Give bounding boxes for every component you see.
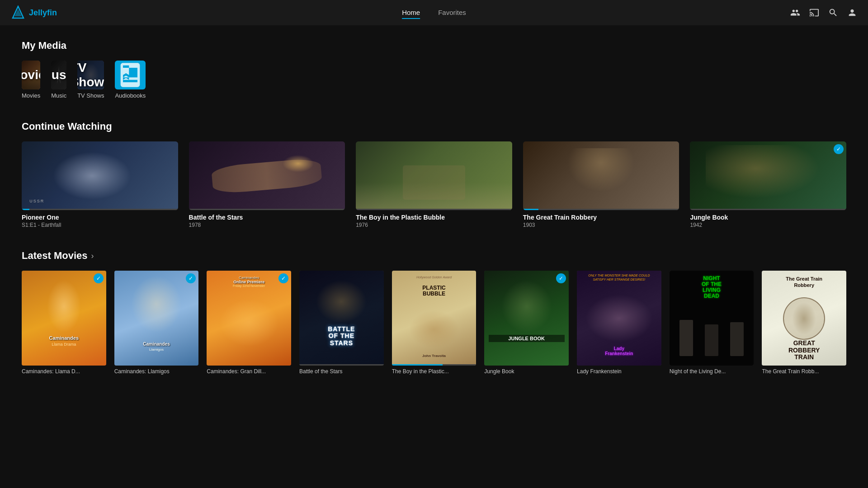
continue-grid: USSR Pioneer One S1:E1 - Earthfall	[22, 141, 846, 228]
pioneer-progress-track	[22, 209, 178, 210]
users-icon[interactable]	[790, 8, 800, 18]
battle-progress-track	[189, 209, 345, 210]
train-latest-title: The Great Train Robb...	[762, 368, 846, 375]
latest-card-caminandes1[interactable]: Caminandes Llama Drama ✓ Caminandes: Lla…	[22, 271, 106, 375]
cast-icon[interactable]	[809, 8, 819, 18]
continue-watching-title: Continue Watching	[22, 121, 846, 132]
jungle-check-badge: ✓	[834, 144, 844, 154]
latest-card-caminandes3[interactable]: Caminandes Online Premiere Friday 22nd N…	[207, 271, 291, 375]
train-subtitle: 1903	[523, 222, 679, 228]
continue-img-pioneer: USSR	[22, 141, 178, 210]
caminandes1-title: Caminandes: Llama D...	[22, 368, 106, 375]
night-title: Night of the Living De...	[670, 368, 754, 375]
pioneer-progress-bar	[22, 209, 29, 210]
media-grid: Movies Movies Music Music	[22, 61, 846, 99]
bubble-latest-progress-bar	[392, 364, 443, 366]
continue-card-train[interactable]: The Great Train Robbery 1903	[523, 141, 679, 228]
latest-movies-header: Latest Movies ›	[22, 250, 846, 262]
jungle-progress-track	[690, 209, 846, 210]
media-card-audiobooks-wrap: Audiobooks	[115, 61, 146, 99]
nav-favorites[interactable]: Favorites	[438, 7, 466, 19]
media-card-music[interactable]: Music	[51, 61, 66, 89]
caminandes3-check: ✓	[278, 273, 288, 283]
continue-img-jungle: ✓	[690, 141, 846, 210]
media-tvshows-subtitle: TV Shows	[77, 92, 104, 99]
search-icon[interactable]	[828, 8, 838, 18]
train-progress-track	[523, 209, 679, 210]
my-media-title: My Media	[22, 40, 846, 52]
media-card-movies[interactable]: Movies	[22, 61, 40, 89]
latest-card-frankenstein[interactable]: ONLY THE MONSTER SHE MADE COULDSATISFY H…	[577, 271, 661, 375]
caminandes2-title: Caminandes: Llamigos	[114, 368, 199, 375]
latest-card-bubble[interactable]: Hollywood Golden Award PLASTICBUBBLE Joh…	[392, 271, 476, 375]
latest-card-caminandes2[interactable]: Caminandes Llamigos ✓ Caminandes: Llamig…	[114, 271, 199, 375]
latest-img-jungle: JUNGLE BOOK ✓	[484, 271, 569, 366]
latest-img-caminandes3: Caminandes Online Premiere Friday 22nd N…	[207, 271, 291, 366]
bubble-latest-progress-track	[392, 364, 476, 366]
jellyfin-logo-icon	[11, 5, 25, 20]
latest-card-night[interactable]: NIGHTOF THELIVINGDEAD Night of the Livin…	[670, 271, 754, 375]
latest-card-train[interactable]: The Great TrainRobbery GREATROBBERYTRAIN…	[762, 271, 846, 375]
jungle-latest-check: ✓	[556, 273, 566, 283]
media-card-music-wrap: Music Music	[51, 61, 66, 99]
continue-card-battle[interactable]: Battle of the Stars 1978	[189, 141, 345, 228]
media-card-tvshows-wrap: TV Shows TV Shows	[77, 61, 104, 99]
battle-subtitle: 1978	[189, 222, 345, 228]
media-card-movies-wrap: Movies Movies	[22, 61, 40, 99]
latest-img-caminandes2: Caminandes Llamigos ✓	[114, 271, 199, 366]
jungle-latest-title: Jungle Book	[484, 368, 569, 375]
battle-title: Battle of the Stars	[189, 214, 345, 221]
media-card-tvshows-overlay: TV Shows	[77, 61, 104, 89]
latest-movies-title: Latest Movies	[22, 250, 88, 262]
audiobooks-icon	[116, 61, 145, 89]
media-card-tvshows-label: TV Shows	[77, 61, 104, 89]
user-icon[interactable]	[847, 8, 857, 18]
pioneer-subtitle: S1:E1 - Earthfall	[22, 222, 178, 228]
latest-img-bubble: Hollywood Golden Award PLASTICBUBBLE Joh…	[392, 271, 476, 366]
continue-card-jungle[interactable]: ✓ Jungle Book 1942	[690, 141, 846, 228]
header-actions	[790, 8, 857, 18]
frankenstein-title: Lady Frankenstein	[577, 368, 661, 375]
continue-img-battle	[189, 141, 345, 210]
media-card-music-overlay: Music	[51, 61, 66, 89]
media-card-tvshows[interactable]: TV Shows	[77, 61, 104, 89]
continue-img-bubble	[356, 141, 512, 210]
continue-img-train	[523, 141, 679, 210]
battle-latest-title: Battle of the Stars	[299, 368, 384, 375]
bubble-subtitle: 1976	[356, 222, 512, 228]
media-music-subtitle: Music	[51, 92, 66, 99]
continue-watching-section: Continue Watching USSR Pioneer One S1:E1…	[22, 121, 846, 228]
caminandes1-check: ✓	[94, 273, 104, 283]
main-nav: Home Favorites	[402, 7, 466, 19]
media-card-movies-label: Movies	[22, 68, 40, 82]
caminandes3-title: Caminandes: Gran Dill...	[207, 368, 291, 375]
latest-card-battle[interactable]: BATTLEOF THESTARS Battle of the Stars	[299, 271, 384, 375]
media-audiobooks-subtitle: Audiobooks	[115, 92, 146, 99]
header: Jellyfin Home Favorites	[0, 0, 868, 25]
latest-movies-section: Latest Movies › Caminandes Llama Drama ✓	[22, 250, 846, 375]
continue-card-pioneer[interactable]: USSR Pioneer One S1:E1 - Earthfall	[22, 141, 178, 228]
latest-card-jungle[interactable]: JUNGLE BOOK ✓ Jungle Book	[484, 271, 569, 375]
media-card-audiobooks[interactable]	[115, 61, 146, 89]
logo[interactable]: Jellyfin	[11, 5, 57, 20]
latest-movies-grid: Caminandes Llama Drama ✓ Caminandes: Lla…	[22, 271, 846, 375]
latest-img-frankenstein: ONLY THE MONSTER SHE MADE COULDSATISFY H…	[577, 271, 661, 366]
latest-img-night: NIGHTOF THELIVINGDEAD	[670, 271, 754, 366]
bubble-latest-title: The Boy in the Plastic...	[392, 368, 476, 375]
bubble-progress-track	[356, 209, 512, 210]
media-movies-subtitle: Movies	[22, 92, 40, 99]
media-card-movies-overlay: Movies	[22, 61, 40, 89]
media-card-music-label: Music	[51, 68, 66, 82]
latest-movies-arrow[interactable]: ›	[91, 251, 94, 261]
train-progress-bar	[523, 209, 539, 210]
latest-img-train: The Great TrainRobbery GREATROBBERYTRAIN	[762, 271, 846, 366]
nav-home[interactable]: Home	[402, 7, 420, 19]
latest-img-caminandes1: Caminandes Llama Drama ✓	[22, 271, 106, 366]
my-media-section: My Media Movies Movies	[22, 40, 846, 99]
pioneer-title: Pioneer One	[22, 214, 178, 221]
jungle-title: Jungle Book	[690, 214, 846, 221]
continue-card-bubble[interactable]: The Boy in the Plastic Bubble 1976	[356, 141, 512, 228]
jungle-subtitle: 1942	[690, 222, 846, 228]
main-content: My Media Movies Movies	[0, 25, 868, 389]
train-title: The Great Train Robbery	[523, 214, 679, 221]
